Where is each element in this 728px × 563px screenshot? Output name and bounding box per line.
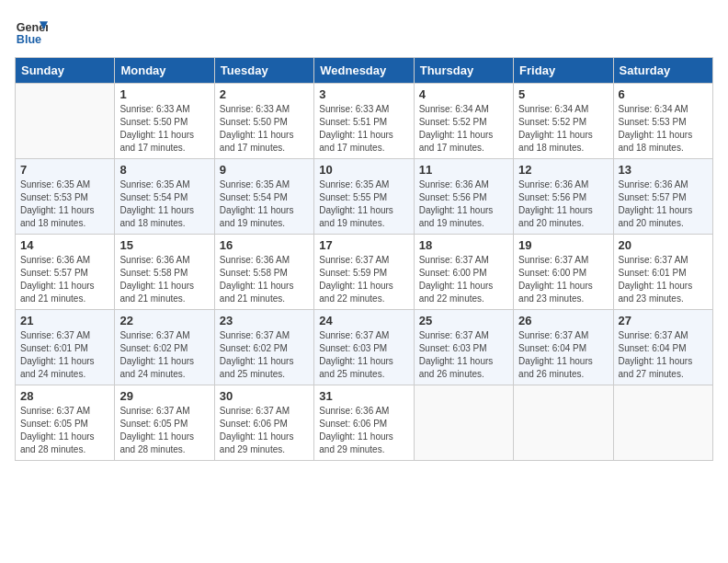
day-info: Sunrise: 6:35 AM Sunset: 5:55 PM Dayligh…	[319, 178, 408, 230]
day-info: Sunrise: 6:34 AM Sunset: 5:52 PM Dayligh…	[518, 103, 608, 155]
day-info: Sunrise: 6:36 AM Sunset: 5:57 PM Dayligh…	[619, 178, 708, 230]
day-info: Sunrise: 6:37 AM Sunset: 5:59 PM Dayligh…	[319, 254, 408, 305]
day-number: 26	[518, 314, 608, 327]
day-info: Sunrise: 6:36 AM Sunset: 5:56 PM Dayligh…	[419, 178, 508, 230]
day-number: 24	[319, 314, 408, 327]
calendar-cell: 2Sunrise: 6:33 AM Sunset: 5:50 PM Daylig…	[214, 84, 313, 159]
day-info: Sunrise: 6:37 AM Sunset: 6:01 PM Dayligh…	[619, 254, 708, 305]
calendar-cell	[414, 385, 513, 461]
day-number: 12	[518, 163, 608, 177]
day-info: Sunrise: 6:37 AM Sunset: 6:00 PM Dayligh…	[419, 254, 508, 305]
calendar-cell: 27Sunrise: 6:37 AM Sunset: 6:04 PM Dayli…	[613, 310, 712, 385]
calendar-week-5: 28Sunrise: 6:37 AM Sunset: 6:05 PM Dayli…	[16, 385, 713, 461]
calendar-cell: 25Sunrise: 6:37 AM Sunset: 6:03 PM Dayli…	[414, 310, 513, 385]
calendar-cell: 10Sunrise: 6:35 AM Sunset: 5:55 PM Dayli…	[314, 159, 414, 235]
day-number: 31	[319, 389, 408, 403]
day-info: Sunrise: 6:37 AM Sunset: 6:05 PM Dayligh…	[119, 405, 209, 456]
calendar-cell: 30Sunrise: 6:37 AM Sunset: 6:06 PM Dayli…	[214, 385, 313, 461]
calendar-cell: 11Sunrise: 6:36 AM Sunset: 5:56 PM Dayli…	[414, 159, 513, 235]
calendar-cell: 22Sunrise: 6:37 AM Sunset: 6:02 PM Dayli…	[115, 310, 214, 385]
day-header-tuesday: Tuesday	[214, 58, 313, 84]
day-header-monday: Monday	[115, 58, 214, 84]
calendar-table: SundayMondayTuesdayWednesdayThursdayFrid…	[15, 57, 713, 461]
calendar-cell: 8Sunrise: 6:35 AM Sunset: 5:54 PM Daylig…	[115, 159, 214, 235]
day-info: Sunrise: 6:35 AM Sunset: 5:53 PM Dayligh…	[20, 178, 109, 230]
calendar-cell: 4Sunrise: 6:34 AM Sunset: 5:52 PM Daylig…	[414, 84, 513, 159]
day-info: Sunrise: 6:36 AM Sunset: 5:58 PM Dayligh…	[119, 254, 209, 305]
calendar-cell: 29Sunrise: 6:37 AM Sunset: 6:05 PM Dayli…	[115, 385, 214, 461]
day-header-wednesday: Wednesday	[314, 58, 414, 84]
day-header-saturday: Saturday	[613, 58, 712, 84]
day-info: Sunrise: 6:37 AM Sunset: 6:03 PM Dayligh…	[419, 329, 508, 381]
calendar-cell: 31Sunrise: 6:36 AM Sunset: 6:06 PM Dayli…	[314, 385, 414, 461]
day-number: 20	[619, 238, 708, 252]
day-info: Sunrise: 6:37 AM Sunset: 6:06 PM Dayligh…	[220, 405, 309, 456]
day-number: 16	[220, 238, 309, 252]
day-number: 28	[20, 389, 109, 403]
calendar-cell: 6Sunrise: 6:34 AM Sunset: 5:53 PM Daylig…	[613, 84, 712, 159]
day-number: 30	[220, 389, 309, 403]
calendar-cell: 21Sunrise: 6:37 AM Sunset: 6:01 PM Dayli…	[16, 310, 115, 385]
calendar-cell: 7Sunrise: 6:35 AM Sunset: 5:53 PM Daylig…	[16, 159, 115, 235]
calendar-cell: 9Sunrise: 6:35 AM Sunset: 5:54 PM Daylig…	[214, 159, 313, 235]
day-number: 25	[419, 314, 508, 327]
calendar-body: 1Sunrise: 6:33 AM Sunset: 5:50 PM Daylig…	[16, 84, 713, 461]
calendar-week-4: 21Sunrise: 6:37 AM Sunset: 6:01 PM Dayli…	[16, 310, 713, 385]
day-number: 18	[419, 238, 508, 252]
calendar-week-3: 14Sunrise: 6:36 AM Sunset: 5:57 PM Dayli…	[16, 235, 713, 310]
calendar-cell: 15Sunrise: 6:36 AM Sunset: 5:58 PM Dayli…	[115, 235, 214, 310]
day-info: Sunrise: 6:33 AM Sunset: 5:50 PM Dayligh…	[119, 103, 209, 155]
day-header-thursday: Thursday	[414, 58, 513, 84]
calendar-cell: 20Sunrise: 6:37 AM Sunset: 6:01 PM Dayli…	[613, 235, 712, 310]
day-info: Sunrise: 6:34 AM Sunset: 5:52 PM Dayligh…	[419, 103, 508, 155]
calendar-cell: 17Sunrise: 6:37 AM Sunset: 5:59 PM Dayli…	[314, 235, 414, 310]
day-number: 10	[319, 163, 408, 177]
day-info: Sunrise: 6:33 AM Sunset: 5:51 PM Dayligh…	[319, 103, 408, 155]
calendar-cell: 16Sunrise: 6:36 AM Sunset: 5:58 PM Dayli…	[214, 235, 313, 310]
day-number: 2	[220, 87, 309, 101]
calendar-cell	[16, 84, 115, 159]
calendar-header-row: SundayMondayTuesdayWednesdayThursdayFrid…	[16, 58, 713, 84]
logo: General Blue	[15, 15, 48, 48]
day-info: Sunrise: 6:37 AM Sunset: 6:01 PM Dayligh…	[20, 329, 109, 381]
day-number: 11	[419, 163, 508, 177]
day-info: Sunrise: 6:37 AM Sunset: 6:02 PM Dayligh…	[119, 329, 209, 381]
logo-icon: General Blue	[15, 15, 48, 48]
calendar-cell: 23Sunrise: 6:37 AM Sunset: 6:02 PM Dayli…	[214, 310, 313, 385]
calendar-cell: 28Sunrise: 6:37 AM Sunset: 6:05 PM Dayli…	[16, 385, 115, 461]
calendar-week-2: 7Sunrise: 6:35 AM Sunset: 5:53 PM Daylig…	[16, 159, 713, 235]
calendar-cell	[514, 385, 613, 461]
calendar-cell: 26Sunrise: 6:37 AM Sunset: 6:04 PM Dayli…	[514, 310, 613, 385]
day-number: 19	[518, 238, 608, 252]
day-number: 7	[20, 163, 109, 177]
day-number: 14	[20, 238, 109, 252]
calendar-cell: 19Sunrise: 6:37 AM Sunset: 6:00 PM Dayli…	[514, 235, 613, 310]
day-info: Sunrise: 6:37 AM Sunset: 6:02 PM Dayligh…	[220, 329, 309, 381]
day-info: Sunrise: 6:37 AM Sunset: 6:04 PM Dayligh…	[619, 329, 708, 381]
calendar-cell: 14Sunrise: 6:36 AM Sunset: 5:57 PM Dayli…	[16, 235, 115, 310]
day-header-sunday: Sunday	[16, 58, 115, 84]
day-number: 17	[319, 238, 408, 252]
day-number: 22	[119, 314, 209, 327]
day-number: 3	[319, 87, 408, 101]
page-header: General Blue	[15, 15, 713, 48]
day-number: 4	[419, 87, 508, 101]
day-number: 6	[619, 87, 708, 101]
day-info: Sunrise: 6:37 AM Sunset: 6:05 PM Dayligh…	[20, 405, 109, 456]
calendar-cell: 5Sunrise: 6:34 AM Sunset: 5:52 PM Daylig…	[514, 84, 613, 159]
day-info: Sunrise: 6:33 AM Sunset: 5:50 PM Dayligh…	[220, 103, 309, 155]
calendar-cell: 24Sunrise: 6:37 AM Sunset: 6:03 PM Dayli…	[314, 310, 414, 385]
day-info: Sunrise: 6:37 AM Sunset: 6:03 PM Dayligh…	[319, 329, 408, 381]
calendar-cell: 18Sunrise: 6:37 AM Sunset: 6:00 PM Dayli…	[414, 235, 513, 310]
day-number: 27	[619, 314, 708, 327]
svg-text:Blue: Blue	[17, 33, 41, 46]
day-info: Sunrise: 6:36 AM Sunset: 5:57 PM Dayligh…	[20, 254, 109, 305]
day-info: Sunrise: 6:34 AM Sunset: 5:53 PM Dayligh…	[619, 103, 708, 155]
calendar-cell: 1Sunrise: 6:33 AM Sunset: 5:50 PM Daylig…	[115, 84, 214, 159]
day-info: Sunrise: 6:36 AM Sunset: 6:06 PM Dayligh…	[319, 405, 408, 456]
calendar-week-1: 1Sunrise: 6:33 AM Sunset: 5:50 PM Daylig…	[16, 84, 713, 159]
calendar-cell: 3Sunrise: 6:33 AM Sunset: 5:51 PM Daylig…	[314, 84, 414, 159]
day-info: Sunrise: 6:36 AM Sunset: 5:56 PM Dayligh…	[518, 178, 608, 230]
calendar-cell: 13Sunrise: 6:36 AM Sunset: 5:57 PM Dayli…	[613, 159, 712, 235]
calendar-cell	[613, 385, 712, 461]
